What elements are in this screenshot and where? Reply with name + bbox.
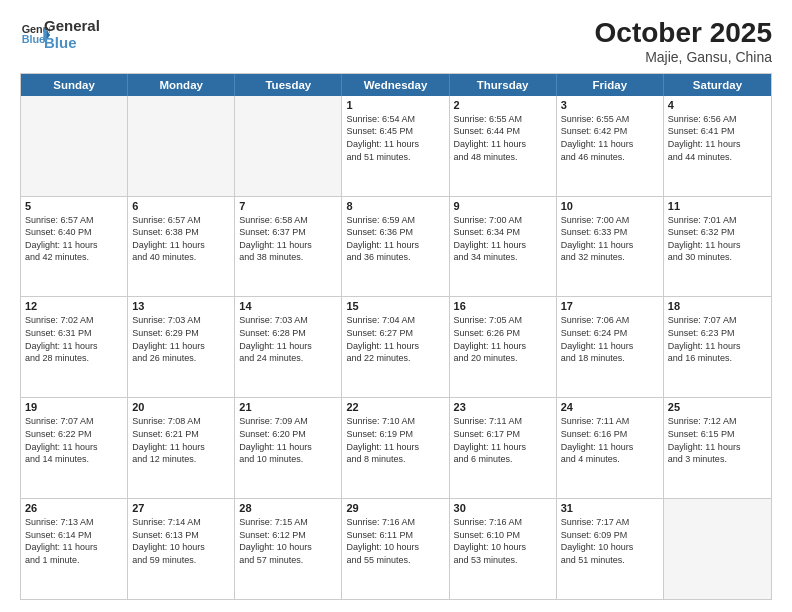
- day-info: Sunrise: 7:03 AMSunset: 6:28 PMDaylight:…: [239, 314, 337, 364]
- calendar-cell: 8Sunrise: 6:59 AMSunset: 6:36 PMDaylight…: [342, 197, 449, 297]
- day-info: Sunrise: 7:16 AMSunset: 6:11 PMDaylight:…: [346, 516, 444, 566]
- day-info: Sunrise: 7:00 AMSunset: 6:34 PMDaylight:…: [454, 214, 552, 264]
- calendar-title: October 2025: [595, 18, 772, 49]
- calendar-cell: [21, 96, 128, 196]
- day-number: 3: [561, 99, 659, 111]
- day-number: 1: [346, 99, 444, 111]
- header-cell-monday: Monday: [128, 74, 235, 96]
- calendar-cell: 3Sunrise: 6:55 AMSunset: 6:42 PMDaylight…: [557, 96, 664, 196]
- header-cell-friday: Friday: [557, 74, 664, 96]
- calendar-week-2: 5Sunrise: 6:57 AMSunset: 6:40 PMDaylight…: [21, 197, 771, 298]
- day-number: 27: [132, 502, 230, 514]
- day-info: Sunrise: 7:17 AMSunset: 6:09 PMDaylight:…: [561, 516, 659, 566]
- calendar-week-1: 1Sunrise: 6:54 AMSunset: 6:45 PMDaylight…: [21, 96, 771, 197]
- title-block: October 2025 Majie, Gansu, China: [595, 18, 772, 65]
- calendar-cell: 13Sunrise: 7:03 AMSunset: 6:29 PMDayligh…: [128, 297, 235, 397]
- calendar-body: 1Sunrise: 6:54 AMSunset: 6:45 PMDaylight…: [21, 96, 771, 599]
- calendar-header-row: SundayMondayTuesdayWednesdayThursdayFrid…: [21, 74, 771, 96]
- day-number: 28: [239, 502, 337, 514]
- day-info: Sunrise: 7:09 AMSunset: 6:20 PMDaylight:…: [239, 415, 337, 465]
- day-number: 11: [668, 200, 767, 212]
- day-info: Sunrise: 7:15 AMSunset: 6:12 PMDaylight:…: [239, 516, 337, 566]
- calendar-cell: 27Sunrise: 7:14 AMSunset: 6:13 PMDayligh…: [128, 499, 235, 599]
- day-info: Sunrise: 7:11 AMSunset: 6:16 PMDaylight:…: [561, 415, 659, 465]
- day-number: 13: [132, 300, 230, 312]
- calendar-cell: 10Sunrise: 7:00 AMSunset: 6:33 PMDayligh…: [557, 197, 664, 297]
- calendar-cell: 1Sunrise: 6:54 AMSunset: 6:45 PMDaylight…: [342, 96, 449, 196]
- day-number: 20: [132, 401, 230, 413]
- header-cell-wednesday: Wednesday: [342, 74, 449, 96]
- svg-text:Blue: Blue: [22, 33, 45, 45]
- calendar-cell: 22Sunrise: 7:10 AMSunset: 6:19 PMDayligh…: [342, 398, 449, 498]
- day-info: Sunrise: 6:57 AMSunset: 6:40 PMDaylight:…: [25, 214, 123, 264]
- day-number: 5: [25, 200, 123, 212]
- day-number: 29: [346, 502, 444, 514]
- calendar-cell: 24Sunrise: 7:11 AMSunset: 6:16 PMDayligh…: [557, 398, 664, 498]
- day-info: Sunrise: 6:55 AMSunset: 6:44 PMDaylight:…: [454, 113, 552, 163]
- calendar-cell: [664, 499, 771, 599]
- calendar-cell: 25Sunrise: 7:12 AMSunset: 6:15 PMDayligh…: [664, 398, 771, 498]
- header-cell-tuesday: Tuesday: [235, 74, 342, 96]
- day-number: 7: [239, 200, 337, 212]
- day-info: Sunrise: 6:59 AMSunset: 6:36 PMDaylight:…: [346, 214, 444, 264]
- day-info: Sunrise: 7:10 AMSunset: 6:19 PMDaylight:…: [346, 415, 444, 465]
- day-number: 4: [668, 99, 767, 111]
- calendar-cell: 18Sunrise: 7:07 AMSunset: 6:23 PMDayligh…: [664, 297, 771, 397]
- calendar-cell: 20Sunrise: 7:08 AMSunset: 6:21 PMDayligh…: [128, 398, 235, 498]
- calendar-cell: 5Sunrise: 6:57 AMSunset: 6:40 PMDaylight…: [21, 197, 128, 297]
- calendar-cell: 31Sunrise: 7:17 AMSunset: 6:09 PMDayligh…: [557, 499, 664, 599]
- page: General Blue General Blue October 2025 M…: [0, 0, 792, 612]
- calendar-cell: 4Sunrise: 6:56 AMSunset: 6:41 PMDaylight…: [664, 96, 771, 196]
- day-info: Sunrise: 7:08 AMSunset: 6:21 PMDaylight:…: [132, 415, 230, 465]
- day-number: 30: [454, 502, 552, 514]
- day-info: Sunrise: 7:05 AMSunset: 6:26 PMDaylight:…: [454, 314, 552, 364]
- header: General Blue General Blue October 2025 M…: [20, 18, 772, 65]
- day-number: 25: [668, 401, 767, 413]
- day-number: 24: [561, 401, 659, 413]
- header-cell-thursday: Thursday: [450, 74, 557, 96]
- day-number: 23: [454, 401, 552, 413]
- calendar-cell: 9Sunrise: 7:00 AMSunset: 6:34 PMDaylight…: [450, 197, 557, 297]
- day-number: 8: [346, 200, 444, 212]
- day-number: 15: [346, 300, 444, 312]
- calendar-week-4: 19Sunrise: 7:07 AMSunset: 6:22 PMDayligh…: [21, 398, 771, 499]
- calendar-cell: 23Sunrise: 7:11 AMSunset: 6:17 PMDayligh…: [450, 398, 557, 498]
- day-info: Sunrise: 7:07 AMSunset: 6:22 PMDaylight:…: [25, 415, 123, 465]
- day-info: Sunrise: 6:56 AMSunset: 6:41 PMDaylight:…: [668, 113, 767, 163]
- calendar-cell: [128, 96, 235, 196]
- day-info: Sunrise: 7:03 AMSunset: 6:29 PMDaylight:…: [132, 314, 230, 364]
- calendar-cell: 2Sunrise: 6:55 AMSunset: 6:44 PMDaylight…: [450, 96, 557, 196]
- calendar-cell: 17Sunrise: 7:06 AMSunset: 6:24 PMDayligh…: [557, 297, 664, 397]
- calendar-cell: 7Sunrise: 6:58 AMSunset: 6:37 PMDaylight…: [235, 197, 342, 297]
- day-number: 26: [25, 502, 123, 514]
- calendar-cell: 30Sunrise: 7:16 AMSunset: 6:10 PMDayligh…: [450, 499, 557, 599]
- logo-general: General: [44, 18, 100, 35]
- calendar-cell: 11Sunrise: 7:01 AMSunset: 6:32 PMDayligh…: [664, 197, 771, 297]
- header-cell-saturday: Saturday: [664, 74, 771, 96]
- header-cell-sunday: Sunday: [21, 74, 128, 96]
- day-info: Sunrise: 7:11 AMSunset: 6:17 PMDaylight:…: [454, 415, 552, 465]
- calendar-subtitle: Majie, Gansu, China: [595, 49, 772, 65]
- calendar-cell: [235, 96, 342, 196]
- day-number: 22: [346, 401, 444, 413]
- day-info: Sunrise: 6:58 AMSunset: 6:37 PMDaylight:…: [239, 214, 337, 264]
- day-number: 16: [454, 300, 552, 312]
- day-info: Sunrise: 7:13 AMSunset: 6:14 PMDaylight:…: [25, 516, 123, 566]
- day-number: 14: [239, 300, 337, 312]
- day-info: Sunrise: 6:57 AMSunset: 6:38 PMDaylight:…: [132, 214, 230, 264]
- day-number: 9: [454, 200, 552, 212]
- day-info: Sunrise: 7:00 AMSunset: 6:33 PMDaylight:…: [561, 214, 659, 264]
- calendar: SundayMondayTuesdayWednesdayThursdayFrid…: [20, 73, 772, 600]
- day-number: 19: [25, 401, 123, 413]
- calendar-cell: 12Sunrise: 7:02 AMSunset: 6:31 PMDayligh…: [21, 297, 128, 397]
- calendar-cell: 16Sunrise: 7:05 AMSunset: 6:26 PMDayligh…: [450, 297, 557, 397]
- logo: General Blue General Blue: [20, 18, 100, 51]
- calendar-cell: 28Sunrise: 7:15 AMSunset: 6:12 PMDayligh…: [235, 499, 342, 599]
- day-info: Sunrise: 7:07 AMSunset: 6:23 PMDaylight:…: [668, 314, 767, 364]
- calendar-week-3: 12Sunrise: 7:02 AMSunset: 6:31 PMDayligh…: [21, 297, 771, 398]
- logo-blue: Blue: [44, 35, 100, 52]
- day-number: 21: [239, 401, 337, 413]
- day-info: Sunrise: 6:54 AMSunset: 6:45 PMDaylight:…: [346, 113, 444, 163]
- day-info: Sunrise: 6:55 AMSunset: 6:42 PMDaylight:…: [561, 113, 659, 163]
- calendar-cell: 6Sunrise: 6:57 AMSunset: 6:38 PMDaylight…: [128, 197, 235, 297]
